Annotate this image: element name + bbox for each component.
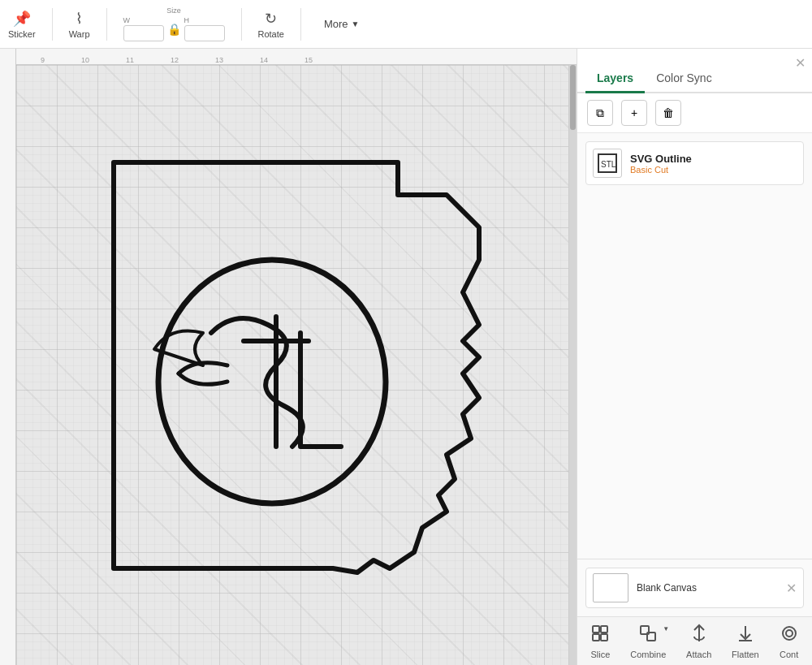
lock-icon: 🔒 (167, 23, 181, 36)
attach-label: Attach (686, 650, 711, 659)
vertical-scrollbar[interactable] (568, 65, 577, 665)
warp-icon: ⌇ (76, 10, 83, 28)
panel-bottom-toolbar: Slice Combine ▼ (577, 616, 812, 665)
divider-4 (300, 8, 301, 41)
ruler-tick-10: 10 (81, 56, 89, 64)
contour-label: Cont (780, 650, 798, 659)
ruler-tick-12: 12 (171, 56, 179, 64)
sticker-icon: 📌 (13, 10, 31, 28)
more-button[interactable]: More ▼ (317, 15, 366, 33)
warp-label: Warp (69, 29, 90, 39)
add-icon: + (631, 106, 637, 119)
design-svg[interactable] (49, 130, 503, 601)
blank-canvas-close-icon[interactable]: ✕ (786, 581, 797, 596)
duplicate-layer-button[interactable]: ⧉ (587, 100, 613, 126)
size-inputs: Size W 🔒 H (123, 6, 225, 41)
more-label: More (324, 18, 348, 30)
svg-rect-3 (601, 626, 607, 633)
blank-canvas-section: Blank Canvas ✕ (577, 559, 812, 616)
layer-list: STL SVG Outline Basic Cut (577, 133, 812, 559)
canvas-area[interactable]: 9 10 11 12 13 14 15 (0, 49, 577, 665)
ruler-tick-11: 11 (126, 56, 134, 64)
tab-layers[interactable]: Layers (585, 65, 645, 93)
combine-tool[interactable]: Combine ▼ (630, 624, 666, 659)
divider-1 (52, 8, 53, 41)
layer-item-svg-outline[interactable]: STL SVG Outline Basic Cut (585, 141, 804, 185)
ruler-horizontal: 9 10 11 12 13 14 15 (0, 49, 577, 65)
blank-canvas-label: Blank Canvas (637, 582, 697, 594)
combine-label: Combine (630, 650, 666, 659)
rotate-icon: ↻ (265, 10, 277, 28)
svg-point-9 (783, 627, 796, 640)
flatten-tool[interactable]: Flatten (732, 624, 759, 659)
svg-point-10 (786, 630, 793, 637)
top-toolbar: 📌 Sticker ⌇ Warp Size W 🔒 H ↻ Rotate Mor… (0, 0, 812, 49)
combine-icon (638, 624, 658, 647)
ruler-tick-9: 9 (41, 56, 45, 64)
ruler-tick-13: 13 (215, 56, 223, 64)
layers-tab-label: Layers (597, 71, 633, 84)
grid-background (16, 65, 568, 665)
warp-tool[interactable]: ⌇ Warp (69, 10, 90, 39)
rotate-label: Rotate (258, 29, 284, 39)
ruler-tick-14: 14 (260, 56, 268, 64)
main-area: 9 10 11 12 13 14 15 (0, 49, 812, 665)
scroll-thumb[interactable] (570, 65, 576, 130)
blank-canvas-item[interactable]: Blank Canvas ✕ (585, 568, 804, 608)
sticker-tool[interactable]: 📌 Sticker (8, 10, 36, 39)
svg-rect-5 (601, 634, 607, 641)
slice-icon (590, 624, 610, 647)
flatten-icon (736, 624, 755, 647)
size-h-input[interactable] (184, 25, 225, 41)
size-label: Size (123, 6, 225, 15)
layer-info: SVG Outline Basic Cut (630, 153, 797, 175)
divider-2 (106, 8, 107, 41)
flatten-label: Flatten (732, 650, 759, 659)
duplicate-icon: ⧉ (596, 106, 604, 120)
tab-color-sync[interactable]: Color Sync (645, 65, 723, 93)
attach-icon (689, 624, 709, 647)
layer-type: Basic Cut (630, 165, 797, 175)
ruler-vertical (0, 49, 16, 665)
sticker-label: Sticker (8, 29, 36, 39)
panel-close-icon[interactable]: ✕ (795, 55, 806, 71)
size-w-input[interactable] (123, 25, 164, 41)
contour-tool[interactable]: Cont (780, 624, 799, 659)
delete-icon: 🗑 (663, 106, 674, 119)
panel-toolbar: ⧉ + 🗑 (577, 93, 812, 133)
layer-name: SVG Outline (630, 153, 797, 165)
svg-text:STL: STL (601, 160, 616, 169)
add-layer-button[interactable]: + (621, 100, 647, 126)
combine-dropdown-icon: ▼ (663, 625, 669, 633)
more-arrow-icon: ▼ (352, 19, 360, 28)
grid-canvas[interactable] (16, 65, 568, 665)
svg-rect-2 (593, 626, 599, 633)
divider-3 (241, 8, 242, 41)
svg-rect-4 (593, 634, 599, 641)
right-panel: Layers Color Sync ✕ ⧉ + 🗑 (577, 49, 812, 665)
attach-tool[interactable]: Attach (686, 624, 711, 659)
delete-layer-button[interactable]: 🗑 (655, 100, 681, 126)
blank-canvas-thumbnail (593, 573, 628, 602)
layer-thumbnail: STL (593, 149, 622, 178)
slice-label: Slice (590, 650, 610, 659)
color-sync-tab-label: Color Sync (656, 71, 711, 84)
contour-icon (780, 624, 799, 647)
panel-tabs: Layers Color Sync ✕ (577, 49, 812, 93)
ruler-tick-15: 15 (304, 56, 313, 64)
slice-tool[interactable]: Slice (590, 624, 610, 659)
rotate-tool[interactable]: ↻ Rotate (258, 10, 284, 39)
